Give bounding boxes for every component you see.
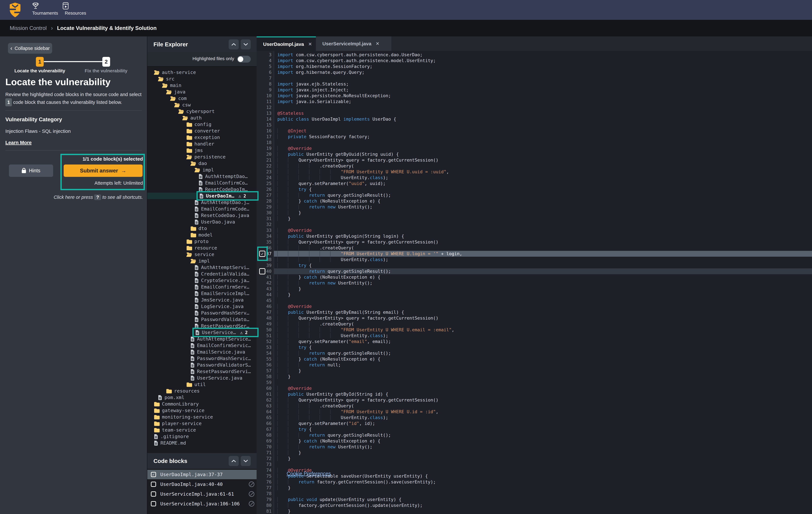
tree-item-dto[interactable]: dto — [147, 225, 257, 232]
code-line-10: 10import javax.persistence.NoResultExcep… — [257, 93, 812, 99]
tree-item-impl[interactable]: impl — [147, 167, 257, 173]
code-line-44: 44 } — [257, 292, 812, 298]
tree-item-emailconfirmservic-[interactable]: EmailConfirmServic… — [147, 342, 257, 349]
tree-item-team-service[interactable]: team-service — [147, 427, 257, 433]
tree-item-passwordhashserv-[interactable]: PasswordHashServ… — [147, 310, 257, 316]
tree-item-main[interactable]: main — [147, 82, 257, 89]
tree-item-passwordhashservic-[interactable]: PasswordHashServic… — [147, 355, 257, 362]
cookie-preferences-link[interactable]: Cookie Preferences — [287, 471, 331, 477]
explorer-prev-button[interactable] — [229, 39, 239, 49]
tree-item-emailconfirmserv-[interactable]: EmailConfirmServ… — [147, 283, 257, 290]
tree-item-userdao-java[interactable]: UserDao.java — [147, 219, 257, 225]
code-line-56: 56 return null; — [257, 362, 812, 368]
highlighted-files-toggle[interactable] — [237, 56, 251, 62]
tree-item-cryptoservice-ja-[interactable]: CryptoService.ja… — [147, 277, 257, 283]
tree-item-auth-service[interactable]: auth-service — [147, 69, 257, 76]
tree-item-userservice-[interactable]: UserService…⚠2 — [147, 329, 257, 336]
tree-item-monitoring-service[interactable]: monitoring-service — [147, 414, 257, 420]
line-number: 24 — [257, 175, 271, 181]
code-line-9: 9import javax.inject.Inject; — [257, 87, 812, 93]
explorer-next-button[interactable] — [241, 39, 251, 49]
file-tree: auth-servicesrcmainjavacomcswcybersporta… — [147, 66, 257, 453]
tree-item-pom-xml[interactable]: pom.xml — [147, 394, 257, 401]
tree-item-model[interactable]: model — [147, 232, 257, 238]
tab-userdaoimpl[interactable]: UserDaoImpl.java ✕ — [257, 36, 316, 51]
tree-item-player-service[interactable]: player-service — [147, 420, 257, 427]
code-line-74: 74 @Override — [257, 467, 812, 473]
tree-item-emailservice-java[interactable]: EmailService.java — [147, 349, 257, 355]
learn-more-link[interactable]: Learn More — [5, 140, 32, 145]
tree-item-dao[interactable]: dao — [147, 160, 257, 167]
tree-item-config[interactable]: config — [147, 121, 257, 128]
checkbox-unchecked[interactable] — [151, 491, 156, 496]
tree-item-label: impl — [203, 167, 214, 173]
code-block-item[interactable]: UserServiceImpl.java:106-106 — [147, 499, 257, 509]
tree-item-userservice-java[interactable]: UserService.java — [147, 375, 257, 381]
tree-item-com[interactable]: com — [147, 95, 257, 102]
tree-item-util[interactable]: util — [147, 381, 257, 388]
tree-item-auth[interactable]: auth — [147, 115, 257, 121]
tree-item-jms[interactable]: jms — [147, 147, 257, 154]
tree-item-userdaoim-[interactable]: UserDaoIm…⚠2 — [147, 193, 257, 199]
tree-item-emailserviceimpl-[interactable]: EmailServiceImpl… — [147, 290, 257, 297]
checkbox-checked[interactable]: ✓ — [151, 472, 156, 477]
code-block-label: UserDaoImpl.java:37-37 — [160, 472, 223, 477]
code-blocks-next-button[interactable] — [241, 456, 251, 466]
collapse-sidebar-button[interactable]: ‹ Collapse sidebar — [8, 43, 52, 54]
tree-item-commonlibrary[interactable]: CommonLibrary — [147, 401, 257, 407]
tree-item-emailconfirmco-[interactable]: EmailConfirmCo… — [147, 180, 257, 186]
tree-item-exception[interactable]: exception — [147, 134, 257, 141]
line-checkbox-checked[interactable]: ✓ — [259, 251, 265, 257]
line-number: 45 — [257, 298, 271, 303]
tree-item-resource[interactable]: resource — [147, 245, 257, 251]
line-number: 60 — [257, 385, 271, 391]
line-number: 53 — [257, 345, 271, 350]
tree-item-label: gateway-service — [162, 408, 204, 413]
tree-item-jmsservice-java[interactable]: JmsService.java — [147, 297, 257, 303]
tree-item-resetpasswordservi-[interactable]: ResetPasswordServi… — [147, 368, 257, 375]
tree-item-impl[interactable]: impl — [147, 258, 257, 264]
tree-item-emailconfirmcode-[interactable]: EmailConfirmCode… — [147, 206, 257, 212]
tree-item-passwordvalidato-[interactable]: PasswordValidato… — [147, 316, 257, 323]
tree-item-authattemptservi-[interactable]: AuthAttemptServi… — [147, 264, 257, 271]
close-icon[interactable]: ✕ — [376, 41, 379, 46]
file-icon — [190, 343, 195, 348]
shortcuts-hint[interactable]: Click here or press ? to see all shortcu… — [54, 194, 143, 200]
submit-answer-button[interactable]: Submit answer → — [64, 164, 143, 177]
tree-item-resetcodedao-java[interactable]: ResetCodeDao.java — [147, 212, 257, 219]
tree-item-resources[interactable]: resources — [147, 388, 257, 394]
checkbox-unchecked[interactable] — [151, 501, 156, 506]
tree-item-java[interactable]: java — [147, 89, 257, 95]
tree-item-handler[interactable]: handler — [147, 141, 257, 147]
tree-item-src[interactable]: src — [147, 76, 257, 82]
brand-logo-icon[interactable] — [9, 3, 21, 17]
tree-item-csw[interactable]: csw — [147, 102, 257, 108]
tab-userserviceimpl[interactable]: UserServiceImpl.java ✕ — [316, 36, 392, 51]
line-checkbox-unchecked[interactable] — [259, 268, 265, 274]
nav-item-tournaments[interactable]: Tournaments — [31, 2, 59, 16]
tree-item-persistence[interactable]: persistence — [147, 154, 257, 160]
checkbox-unchecked[interactable] — [151, 482, 156, 487]
tree-item-gateway-service[interactable]: gateway-service — [147, 407, 257, 414]
close-icon[interactable]: ✕ — [308, 42, 312, 47]
nav-item-resources[interactable]: Resources — [62, 2, 89, 16]
code-block-item[interactable]: UserServiceImpl.java:61-61 — [147, 489, 257, 499]
tree-item-service[interactable]: service — [147, 251, 257, 258]
tree-item-passwordvalidators-[interactable]: PasswordValidatorS… — [147, 362, 257, 368]
breadcrumb: Mission Control › Locate Vulnerability &… — [10, 20, 156, 36]
code-line-22: 22 .createQuery( — [257, 163, 812, 169]
tree-item-credentialvalida-[interactable]: CredentialValida… — [147, 271, 257, 277]
tree-item--gitignore[interactable]: .gitignore — [147, 433, 257, 440]
tree-item-cybersport[interactable]: cybersport — [147, 108, 257, 115]
tree-item-logservice-java[interactable]: LogService.java — [147, 303, 257, 310]
divider — [5, 110, 142, 111]
tree-item-proto[interactable]: proto — [147, 238, 257, 245]
code-blocks-prev-button[interactable] — [229, 456, 239, 466]
hints-button[interactable]: Hints — [9, 164, 53, 177]
breadcrumb-root[interactable]: Mission Control — [10, 25, 47, 31]
tree-item-converter[interactable]: converter — [147, 128, 257, 134]
code-block-item[interactable]: ✓UserDaoImpl.java:37-37 — [147, 470, 257, 479]
tree-item-readme-md[interactable]: README.md — [147, 440, 257, 446]
code-block-item[interactable]: UserDaoImpl.java:40-40 — [147, 480, 257, 489]
tree-item-authattemptdao-[interactable]: AuthAttemptDao… — [147, 173, 257, 180]
